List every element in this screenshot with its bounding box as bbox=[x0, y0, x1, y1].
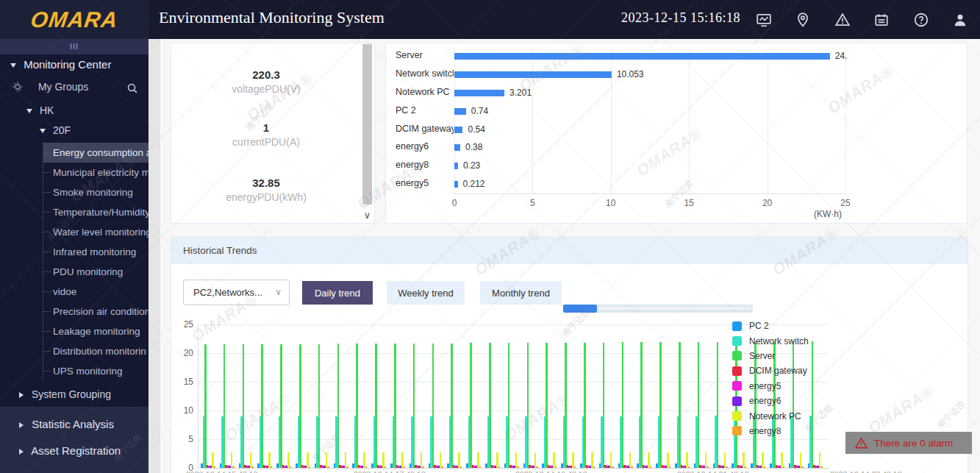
top-header-bar: OMARA Environmental Monitoring System 20… bbox=[0, 0, 980, 39]
bar bbox=[536, 466, 538, 468]
kpi-label: currentPDU(A) bbox=[171, 136, 361, 148]
kpi-scrollbar-thumb[interactable] bbox=[362, 44, 372, 205]
bar-group bbox=[257, 344, 273, 468]
gridline bbox=[845, 48, 846, 193]
sidebar-item-system-grouping[interactable]: System Grouping bbox=[0, 385, 149, 404]
legend-item-network-switch[interactable]: Network switch bbox=[732, 333, 809, 348]
tree-leaf-item[interactable]: Water level monitoring bbox=[43, 222, 149, 242]
bar bbox=[251, 466, 254, 468]
tree-leaf-item[interactable]: Smoke monitoring bbox=[43, 182, 149, 202]
user-icon[interactable] bbox=[951, 11, 969, 29]
legend-label: DCIM gateway bbox=[749, 366, 807, 376]
brand-logo-block: OMARA bbox=[0, 0, 149, 39]
legend-swatch bbox=[732, 411, 742, 421]
help-icon[interactable] bbox=[912, 11, 930, 29]
bar bbox=[707, 466, 709, 468]
legend-item-server[interactable]: Server bbox=[732, 349, 809, 363]
legend-item-energy6[interactable]: energy6 bbox=[732, 394, 809, 408]
tree-leaf-item[interactable]: Municipal electricity m bbox=[43, 163, 149, 182]
tree-leaf-item[interactable]: PDU monitoring bbox=[43, 262, 149, 282]
chart-legend: PC 2Network switchServerDCIM gatewayener… bbox=[732, 319, 809, 438]
sidebar-item-statistic-analysis[interactable]: Statistic Analysis bbox=[0, 411, 149, 438]
alarm-warning-icon[interactable] bbox=[834, 11, 851, 29]
legend-label: Notework PC bbox=[749, 411, 801, 422]
trend-button-monthly-trend[interactable]: Monthly trend bbox=[480, 281, 562, 305]
legend-swatch bbox=[732, 321, 742, 331]
location-icon[interactable] bbox=[794, 11, 812, 29]
sidebar-item-label: My Groups bbox=[38, 81, 88, 93]
tree-leaf-item[interactable]: Precision air condition bbox=[43, 302, 149, 321]
datazoom-slider-thumb[interactable] bbox=[563, 305, 597, 313]
kpi-scroll-down-button[interactable]: ∨ bbox=[362, 211, 373, 220]
bar bbox=[451, 344, 453, 468]
legend-label: energy8 bbox=[749, 426, 781, 436]
sidebar-collapse-toggle[interactable]: III bbox=[0, 39, 149, 54]
x-tick-label: 15 bbox=[674, 198, 704, 208]
bar bbox=[318, 344, 321, 468]
tree-leaf-item[interactable]: Infrared monitoring bbox=[43, 242, 149, 262]
bar bbox=[394, 344, 396, 468]
bar-group bbox=[315, 344, 330, 468]
bar bbox=[612, 466, 614, 468]
bar bbox=[640, 342, 643, 468]
legend-item-notework-pc[interactable]: Notework PC bbox=[732, 408, 809, 423]
legend-label: Server bbox=[749, 351, 775, 361]
bar bbox=[422, 466, 424, 468]
alarm-status-badge[interactable]: There are 0 alarm bbox=[845, 432, 972, 454]
legend-item-energy8[interactable]: energy8 bbox=[732, 424, 809, 438]
bar bbox=[745, 466, 747, 468]
kpi-label: energyPDU(kWh) bbox=[171, 191, 361, 203]
calendar-icon[interactable] bbox=[873, 11, 890, 29]
tree-leaf-item[interactable]: Distribution monitorin bbox=[43, 341, 149, 361]
bar bbox=[232, 466, 235, 468]
bar bbox=[555, 466, 557, 468]
bar bbox=[280, 344, 282, 468]
kpi-scrollbar[interactable] bbox=[362, 44, 372, 207]
datazoom-slider-track[interactable] bbox=[563, 305, 753, 313]
legend-item-energy5[interactable]: energy5 bbox=[732, 379, 809, 394]
sidebar-item-label: System Grouping bbox=[32, 388, 111, 400]
sidebar-item-monitoring-center[interactable]: Monitoring Center bbox=[0, 55, 149, 74]
pdu-kpi-panel: 220.3voltagePDU(V)1currentPDU(A)32.85ene… bbox=[171, 43, 375, 224]
gridline bbox=[611, 48, 612, 193]
tree-leaf-item[interactable]: Temperature/Humidity bbox=[43, 202, 149, 222]
trend-button-weekly-trend[interactable]: Weekly trend bbox=[387, 281, 465, 305]
sidebar-item-system-settings[interactable]: System Settings bbox=[0, 464, 149, 473]
bar bbox=[698, 342, 700, 468]
tree-leaf-item[interactable]: Leakage monitoring bbox=[43, 321, 149, 341]
tree-leaf-item[interactable]: UPS monitoring bbox=[43, 361, 149, 381]
x-tick-label: 0 bbox=[440, 198, 469, 208]
sidebar-item-my-groups[interactable]: My Groups bbox=[0, 77, 149, 96]
tree-leaf-item[interactable]: vidoe bbox=[43, 282, 149, 302]
tree-node-hk[interactable]: HK bbox=[0, 101, 149, 120]
header-datetime: 2023-12-15 15:16:18 bbox=[621, 10, 740, 26]
tree-leaf-item[interactable]: Energy consumption a bbox=[43, 143, 149, 163]
legend-label: PC 2 bbox=[749, 321, 769, 331]
y-tick-label: 10 bbox=[174, 405, 193, 416]
tree-node-label: 20F bbox=[53, 124, 71, 136]
page-title: Environmental Monitoring System bbox=[159, 8, 385, 27]
panel-title: Historical Trends bbox=[183, 245, 257, 256]
bar-group bbox=[561, 343, 576, 468]
bar bbox=[454, 144, 460, 151]
x-axis-unit: (KW·h) bbox=[784, 209, 872, 219]
sidebar-item-label: Monitoring Center bbox=[24, 58, 111, 71]
bar-category-label: DCIM gateway bbox=[396, 124, 454, 134]
gridline bbox=[689, 48, 690, 193]
legend-label: Network switch bbox=[749, 336, 809, 346]
caret-down-icon bbox=[26, 109, 32, 113]
page-scrollbar-track[interactable] bbox=[149, 39, 160, 473]
legend-item-pc-2[interactable]: PC 2 bbox=[732, 319, 809, 333]
search-icon[interactable] bbox=[126, 81, 138, 96]
caret-right-icon bbox=[19, 422, 24, 428]
sidebar-item-asset-registration[interactable]: Asset Registration bbox=[0, 438, 149, 464]
device-select-dropdown[interactable]: PC2,Networks... ∨ bbox=[183, 280, 290, 305]
monitor-chart-icon[interactable] bbox=[755, 11, 773, 29]
bar bbox=[327, 466, 329, 468]
trend-button-daily-trend[interactable]: Daily trend bbox=[302, 281, 373, 305]
tree-node-20f[interactable]: 20F bbox=[0, 121, 149, 140]
bar bbox=[346, 466, 348, 468]
legend-item-dcim-gateway[interactable]: DCIM gateway bbox=[732, 363, 809, 378]
bar-group bbox=[429, 344, 444, 468]
bar bbox=[243, 344, 245, 468]
